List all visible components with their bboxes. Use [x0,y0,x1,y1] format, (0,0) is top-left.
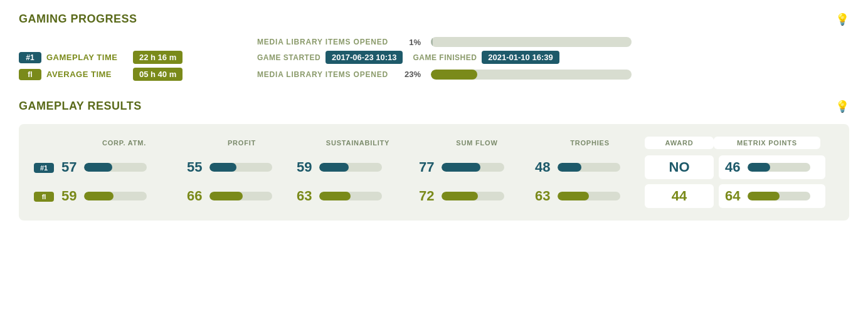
row2-trophies: 63 [535,188,645,204]
row1-trophies: 48 [535,159,645,175]
row2-profit: 66 [187,188,297,204]
row2-corp: 59 [61,188,187,204]
row2-sumflow-value: 72 [419,188,434,204]
row2-award: 44 [645,184,714,208]
row2-trophies-bar [558,192,620,200]
row1-trophies-bar [558,163,620,172]
game-started-value: 2017-06-23 10:13 [326,51,403,64]
row1-corp: 57 [61,159,187,175]
average-time-label: AVERAGE TIME [46,70,128,79]
row1-metrix-bar [748,163,810,172]
media-label-2: MEDIA LIBRARY ITEMS OPENED [257,70,389,79]
media-progress-bar-2 [431,70,632,80]
game-started-label: GAME STARTED [257,53,320,62]
row1-metrix-value: 46 [725,159,740,175]
bulb-icon-2: 💡 [835,100,849,113]
row2-sustainability-value: 63 [297,188,312,204]
average-time-value: 05 h 40 m [133,68,183,81]
row1-award-value: NO [669,159,690,175]
media-pct-1: 1% [399,38,421,47]
row1-trophies-value: 48 [535,159,550,175]
gameplay-results-section: GAMEPLAY RESULTS 💡 CORP. ATM. PROFIT SUS… [19,100,849,221]
row1-metrix: 46 [719,155,825,179]
row2-sumflow: 72 [419,188,535,204]
media-pct-2: 23% [399,70,421,79]
gaming-progress-section: GAMING PROGRESS 💡 MEDIA LIBRARY ITEMS OP… [19,13,849,81]
row1-corp-bar [84,163,147,172]
row1-sumflow-value: 77 [419,159,434,175]
row1-corp-value: 57 [61,159,77,175]
row1-profit: 55 [187,159,297,175]
header-sustainability: SUSTAINABILITY [297,139,419,147]
row2-trophies-value: 63 [535,188,550,204]
header-metrix: METRIX POINTS [714,137,820,149]
row2-rank: fl [34,190,61,202]
header-sumflow: SUM FLOW [419,139,535,147]
game-finished-label: GAME FINISHED [413,53,477,62]
row2-sustainability: 63 [297,188,419,204]
row1-sustainability-bar [319,163,382,172]
row1-award: NO [645,155,714,179]
gameplay-time-label: GAMEPLAY TIME [46,53,128,62]
row2-metrix-value: 64 [725,188,740,204]
row1-profit-bar [209,163,272,172]
rank-badge-fl-1: fl [19,69,41,80]
results-card: CORP. ATM. PROFIT SUSTAINABILITY SUM FLO… [19,124,849,221]
row2-metrix: 64 [719,184,825,208]
header-profit: PROFIT [187,139,297,147]
row1-rank: #1 [34,162,61,173]
gameplay-results-title: GAMEPLAY RESULTS [19,100,849,113]
row2-profit-value: 66 [187,188,202,204]
row1-profit-value: 55 [187,159,202,175]
rank-badge-row2: fl [34,192,54,202]
row2-sumflow-bar [442,192,504,200]
media-bar-fill-2 [431,70,477,80]
media-progress-bar-1 [431,37,632,47]
header-corp: CORP. ATM. [61,139,187,147]
row2-metrix-bar [748,192,810,200]
row1-sustainability: 59 [297,159,419,175]
row2-sustainability-bar [319,192,382,200]
row1-sustainability-value: 59 [297,159,312,175]
row1-sumflow-bar [442,163,504,172]
row2-corp-bar [84,192,147,200]
rank-badge-row1: #1 [34,163,54,173]
row2-corp-value: 59 [61,188,77,204]
row2-award-value: 44 [672,188,687,204]
media-bar-fill-1 [431,37,433,47]
gaming-progress-title: GAMING PROGRESS [19,13,849,26]
rank-badge-1: #1 [19,52,41,63]
gameplay-time-value: 22 h 16 m [133,51,183,64]
header-award: AWARD [645,137,714,149]
media-label-1: MEDIA LIBRARY ITEMS OPENED [257,38,389,46]
row2-profit-bar [209,192,272,200]
game-finished-value: 2021-01-10 16:39 [482,51,559,64]
row1-sumflow: 77 [419,159,535,175]
bulb-icon-1: 💡 [835,13,849,26]
header-trophies: TROPHIES [535,139,645,147]
